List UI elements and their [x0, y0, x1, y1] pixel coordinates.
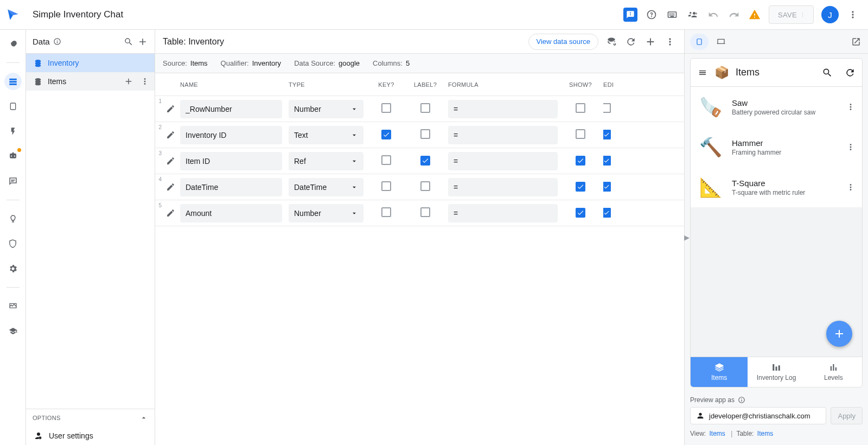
rail-security-icon[interactable]	[4, 235, 22, 252]
apply-button[interactable]: Apply	[831, 407, 863, 424]
edit-checkbox[interactable]	[603, 103, 611, 113]
preview-mobile-tab[interactable]	[690, 34, 709, 50]
phone-screen-title: Items	[736, 67, 815, 78]
item-image-icon: 🪚	[697, 93, 724, 120]
formula-input[interactable]	[448, 204, 558, 223]
sidebar-table-inventory[interactable]: Inventory	[26, 54, 155, 72]
edit-checkbox[interactable]	[603, 208, 611, 218]
column-name-input[interactable]	[180, 152, 282, 170]
preview-expander-icon[interactable]: ▶	[684, 228, 690, 247]
hamburger-icon[interactable]	[697, 68, 708, 77]
fab-add-button[interactable]	[826, 321, 852, 347]
phone-list-item[interactable]: 📐 T-Square T-square with metric ruler	[691, 167, 862, 207]
checkbox[interactable]	[381, 130, 391, 139]
checkbox[interactable]	[576, 103, 585, 113]
checkbox[interactable]	[576, 156, 585, 166]
checkbox[interactable]	[576, 208, 585, 218]
phone-search-icon[interactable]	[822, 67, 833, 78]
checkbox[interactable]	[381, 103, 391, 113]
warning-icon[interactable]	[748, 8, 761, 21]
rail-idea-icon[interactable]	[4, 210, 22, 227]
checkbox[interactable]	[420, 129, 430, 139]
preview-email-input[interactable]: jdeveloper@christianschalk.com	[690, 407, 826, 424]
rail-actions-icon[interactable]	[4, 123, 22, 140]
phone-nav-items[interactable]: Items	[691, 357, 748, 387]
column-name-input[interactable]	[180, 100, 282, 118]
rail-home-icon[interactable]	[4, 35, 22, 53]
row-add-icon[interactable]	[123, 76, 134, 87]
column-name-input[interactable]	[180, 126, 282, 144]
side-add-icon[interactable]	[137, 36, 148, 47]
share-icon[interactable]	[686, 8, 699, 21]
checkbox[interactable]	[420, 181, 430, 191]
phone-nav-inventory-log[interactable]: Inventory Log	[748, 357, 805, 387]
info-icon[interactable]	[53, 37, 61, 46]
open-external-icon[interactable]	[850, 35, 863, 48]
edit-checkbox[interactable]	[603, 130, 611, 139]
save-label: SAVE	[778, 11, 797, 19]
checkbox[interactable]	[381, 207, 391, 217]
column-row: 2 Text	[155, 122, 684, 148]
rail-bot-icon[interactable]	[4, 148, 22, 165]
phone-nav-levels[interactable]: Levels	[805, 357, 862, 387]
rail-learn-icon[interactable]	[4, 322, 22, 340]
checkbox[interactable]	[576, 182, 585, 192]
edit-pencil-icon[interactable]	[164, 182, 177, 192]
formula-input[interactable]	[448, 152, 558, 170]
edit-checkbox[interactable]	[603, 182, 611, 192]
column-type-select[interactable]: Number	[289, 204, 363, 223]
checkbox[interactable]	[420, 156, 430, 166]
overflow-menu-icon[interactable]	[846, 8, 859, 21]
table-settings-icon[interactable]	[605, 35, 618, 48]
user-avatar[interactable]: J	[821, 6, 839, 23]
rail-settings-icon[interactable]	[4, 260, 22, 277]
edit-pencil-icon[interactable]	[164, 156, 177, 166]
phone-list-item[interactable]: 🔨 Hammer Framing hammer	[691, 127, 862, 167]
rail-data-icon[interactable]	[4, 73, 22, 90]
side-search-icon[interactable]	[123, 36, 134, 47]
options-toggle[interactable]: OPTIONS	[26, 409, 155, 427]
table-add-icon[interactable]	[644, 35, 657, 48]
column-type-select[interactable]: DateTime	[289, 178, 363, 196]
rail-chat-icon[interactable]	[4, 173, 22, 190]
feedback-icon[interactable]	[623, 8, 637, 22]
item-menu-icon[interactable]	[846, 182, 856, 192]
help-icon[interactable]	[645, 8, 658, 21]
keyboard-icon[interactable]	[666, 8, 679, 21]
edit-pencil-icon[interactable]	[164, 130, 177, 139]
checkbox[interactable]	[381, 155, 391, 165]
table-refresh-icon[interactable]	[624, 35, 637, 48]
column-name-input[interactable]	[180, 178, 282, 196]
item-menu-icon[interactable]	[846, 142, 856, 152]
checkbox[interactable]	[420, 103, 430, 113]
ctx-view-link[interactable]: Items	[709, 430, 725, 437]
edit-checkbox[interactable]	[603, 156, 611, 166]
column-name-input[interactable]	[180, 204, 282, 223]
redo-icon[interactable]	[727, 8, 741, 21]
phone-refresh-icon[interactable]	[845, 67, 856, 78]
formula-input[interactable]	[448, 100, 558, 118]
user-settings-row[interactable]: User settings	[26, 427, 155, 445]
undo-icon[interactable]	[707, 8, 720, 21]
edit-pencil-icon[interactable]	[164, 104, 177, 113]
column-type-select[interactable]: Number	[289, 100, 363, 118]
sidebar-table-items[interactable]: Items	[26, 72, 155, 91]
column-type-select[interactable]: Ref	[289, 152, 363, 170]
formula-input[interactable]	[448, 178, 558, 196]
preview-desktop-tab[interactable]	[712, 34, 730, 50]
checkbox[interactable]	[381, 181, 391, 191]
column-type-select[interactable]: Text	[289, 126, 363, 144]
formula-input[interactable]	[448, 126, 558, 144]
item-menu-icon[interactable]	[846, 102, 856, 112]
ctx-table-link[interactable]: Items	[757, 430, 773, 437]
rail-views-icon[interactable]	[4, 98, 22, 115]
phone-list-item[interactable]: 🪚 Saw Battery powered circular saw	[691, 87, 862, 127]
table-menu-icon[interactable]	[663, 35, 676, 48]
checkbox[interactable]	[420, 207, 430, 217]
edit-pencil-icon[interactable]	[164, 208, 177, 218]
rail-monitor-icon[interactable]	[4, 297, 22, 315]
view-data-source-button[interactable]: View data source	[528, 34, 599, 50]
row-menu-icon[interactable]	[139, 76, 150, 87]
checkbox[interactable]	[576, 129, 585, 139]
info-icon[interactable]	[738, 396, 745, 404]
